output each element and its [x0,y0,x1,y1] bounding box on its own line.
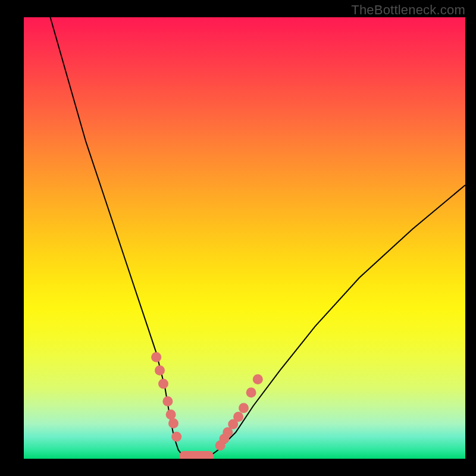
marker-dot [158,378,168,389]
marker-dot [162,396,173,406]
marker-dot [253,374,263,384]
bottom-pill [179,451,214,459]
marker-dot [151,352,161,362]
plot-area [24,17,465,459]
chart-frame: TheBottleneck.com [0,0,476,476]
marker-dot [166,409,176,419]
marker-dot [168,418,178,428]
attribution-text: TheBottleneck.com [351,2,465,18]
marker-dot [239,403,249,413]
chart-overlay [24,17,465,459]
marker-dot [171,431,181,441]
marker-dot [233,412,243,422]
marker-dot [155,365,165,375]
data-markers [151,352,263,459]
bottleneck-curve [51,17,466,456]
marker-dot [246,387,256,397]
